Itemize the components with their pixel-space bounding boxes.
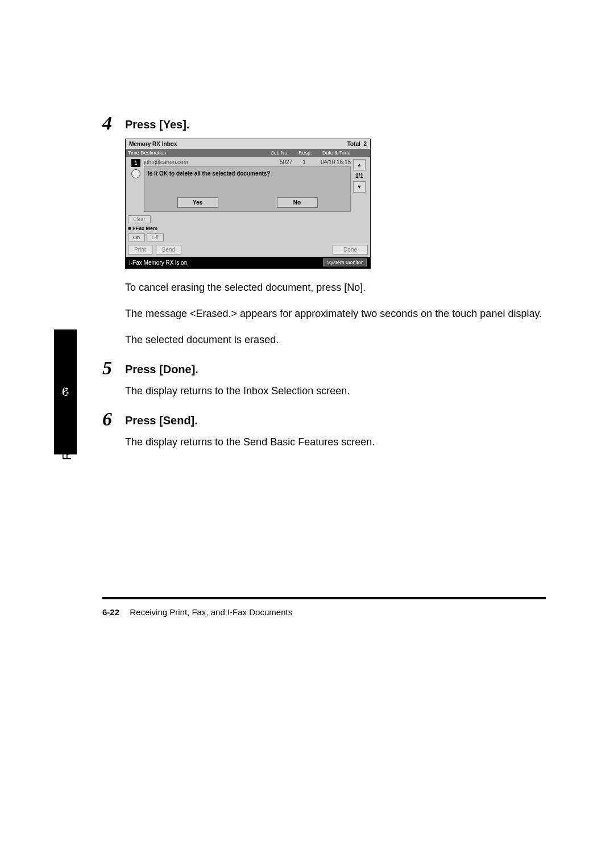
scroll-down-icon[interactable]: ▼ [353, 181, 366, 193]
shot-column-header: Time Destination Job No. Resp. Date & Ti… [126, 149, 370, 157]
body-p3: The selected document is erased. [125, 332, 546, 347]
globe-icon [131, 169, 140, 178]
dialog-message: Is it OK to delete all the selected docu… [148, 170, 347, 177]
no-button[interactable]: No [277, 197, 318, 208]
touch-panel-screenshot: Memory RX Inbox Total 2 Time Destination… [125, 139, 371, 269]
body-p5: The display returns to the Inbox Selecti… [125, 383, 546, 398]
shot-lower-row1: Clear [126, 214, 370, 224]
system-monitor-button[interactable]: System Monitor [323, 258, 367, 266]
step-5: 5 Press [Done]. [102, 358, 546, 378]
step-number: 5 [102, 358, 125, 378]
print-button[interactable]: Print [128, 245, 152, 254]
side-section-label: Receiving Documents [60, 339, 74, 460]
send-button[interactable]: Send [156, 245, 181, 254]
row-resp: 1 [297, 159, 311, 165]
body-p6: The display returns to the Send Basic Fe… [125, 435, 546, 449]
row-index-badge: 1 [131, 159, 140, 167]
total-label: Total [347, 141, 360, 147]
step-title: Press [Send]. [125, 410, 198, 427]
footer-title: Receiving Print, Fax, and I-Fax Document… [130, 607, 292, 617]
row-date: 04/10 16:15 [311, 159, 351, 165]
inbox-title: Memory RX Inbox [129, 141, 177, 147]
page-indicator: 1/1 [355, 173, 363, 179]
document-page: 6 Receiving Documents 4 Press [Yes]. Mem… [0, 0, 614, 868]
confirm-dialog: Is it OK to delete all the selected docu… [144, 166, 351, 212]
shot-ifax-row: ■ I-Fax Mem [126, 224, 370, 232]
scroll-up-icon[interactable]: ▲ [353, 159, 366, 170]
footer-rule [102, 597, 546, 599]
status-text: I-Fax Memory RX is on. [129, 260, 189, 266]
body-p2: The message <Erased.> appears for approx… [125, 306, 546, 321]
hdr-resp: Resp. [298, 150, 318, 156]
step-title: Press [Yes]. [125, 114, 189, 131]
hdr-date: Date & Time [322, 150, 359, 156]
hdr-jobno: Job No. [271, 150, 294, 156]
clear-button[interactable]: Clear [128, 215, 151, 223]
ifax-label: ■ I-Fax Mem [128, 226, 157, 231]
shot-statusbar: I-Fax Memory RX is on. System Monitor [126, 257, 370, 268]
yes-button[interactable]: Yes [177, 197, 218, 208]
step-4: 4 Press [Yes]. [102, 114, 546, 133]
shot-action-row: Print Send Done [126, 243, 370, 257]
done-button[interactable]: Done [333, 245, 368, 254]
shot-body: 1 john@canon.com 5027 1 04/10 16:15 Is i… [126, 157, 370, 214]
row-jobno: 5027 [275, 159, 297, 165]
step-title: Press [Done]. [125, 358, 198, 376]
shot-onoff-row: On Off [126, 232, 370, 243]
step-number: 4 [102, 114, 125, 133]
total-value: 2 [363, 141, 367, 147]
page-number: 6-22 [102, 607, 119, 617]
page-footer: 6-22 Receiving Print, Fax, and I-Fax Doc… [102, 607, 546, 617]
off-button[interactable]: Off [147, 233, 164, 241]
step-6: 6 Press [Send]. [102, 410, 546, 429]
hdr-destination: Time Destination [128, 150, 267, 156]
shot-titlebar: Memory RX Inbox Total 2 [126, 139, 370, 149]
on-button[interactable]: On [128, 233, 145, 241]
step-number: 6 [102, 410, 125, 429]
row-mail: john@canon.com [144, 159, 275, 165]
body-p1: To cancel erasing the selected document,… [125, 280, 546, 295]
